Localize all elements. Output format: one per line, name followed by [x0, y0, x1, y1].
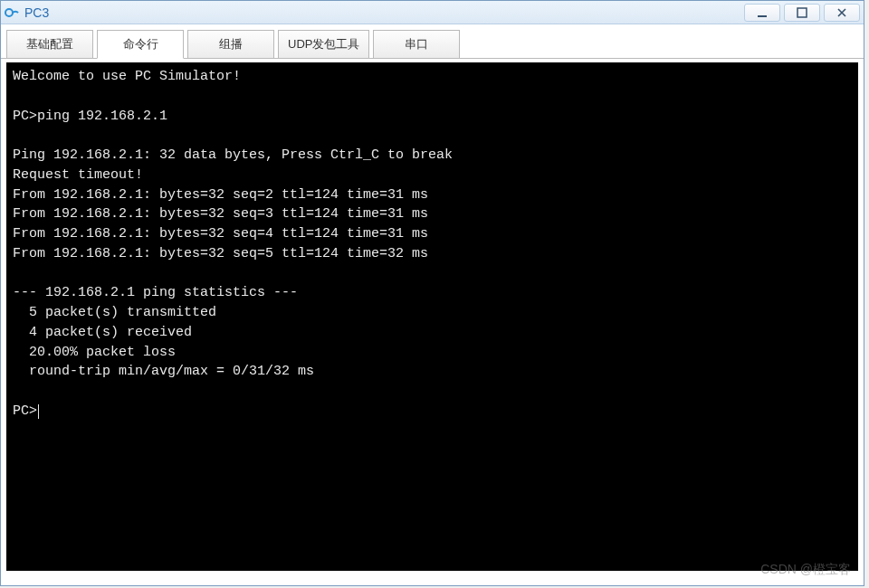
svg-point-0 — [5, 9, 13, 16]
app-icon — [5, 5, 19, 20]
terminal-container: Welcome to use PC Simulator! PC>ping 192… — [6, 62, 858, 571]
tab-udp-packet-tool[interactable]: UDP发包工具 — [278, 30, 369, 59]
tab-basic-config[interactable]: 基础配置 — [6, 30, 93, 59]
minimize-icon — [757, 7, 768, 18]
terminal[interactable]: Welcome to use PC Simulator! PC>ping 192… — [7, 63, 857, 570]
maximize-button[interactable] — [784, 4, 820, 22]
tab-multicast[interactable]: 组播 — [187, 30, 274, 59]
tab-command-line[interactable]: 命令行 — [97, 30, 184, 59]
svg-rect-2 — [797, 8, 807, 17]
window-title: PC3 — [24, 5, 740, 20]
terminal-cursor — [38, 404, 39, 419]
minimize-button[interactable] — [744, 4, 780, 22]
window-controls — [740, 4, 860, 22]
close-icon — [836, 7, 847, 18]
maximize-icon — [797, 7, 807, 18]
tab-bar: 基础配置 命令行 组播 UDP发包工具 串口 — [1, 24, 864, 59]
svg-rect-1 — [758, 15, 767, 17]
tab-serial[interactable]: 串口 — [373, 30, 460, 59]
titlebar: PC3 — [1, 1, 864, 24]
app-window: PC3 基础配置 命令行 组播 UDP发包工具 串口 Welcome to us… — [0, 0, 864, 586]
close-button[interactable] — [824, 4, 860, 22]
